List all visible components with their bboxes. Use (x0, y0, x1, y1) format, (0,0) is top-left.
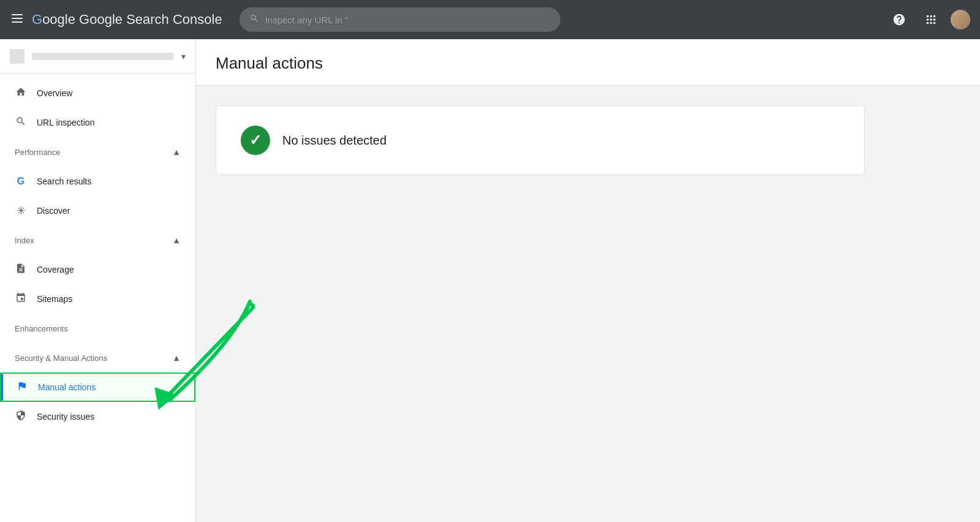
sidebar-item-coverage[interactable]: Coverage (0, 255, 195, 284)
performance-collapse-icon: ▲ (172, 147, 181, 157)
sidebar-nav: Overview URL inspection Performance ▲ G … (0, 74, 195, 436)
search-input[interactable] (265, 15, 551, 25)
manual-actions-label: Manual actions (38, 382, 96, 392)
status-message: No issues detected (282, 134, 386, 148)
url-inspection-label: URL inspection (37, 118, 94, 127)
user-avatar[interactable] (951, 10, 970, 29)
security-label: Security & Manual Actions (15, 354, 107, 363)
sidebar-item-overview[interactable]: Overview (0, 78, 195, 108)
checkmark: ✓ (249, 132, 262, 149)
index-label: Index (15, 236, 34, 245)
performance-section-header[interactable]: Performance ▲ (0, 137, 195, 167)
apps-button[interactable] (919, 7, 943, 32)
overview-label: Overview (37, 88, 72, 98)
sidebar-item-search-results[interactable]: G Search results (0, 167, 195, 196)
coverage-icon (15, 263, 27, 277)
discover-label: Discover (37, 206, 70, 216)
google-g-icon: G (15, 176, 27, 187)
page-title: Manual actions (216, 54, 960, 73)
security-issues-label: Security issues (37, 412, 94, 422)
flag-icon (16, 380, 28, 395)
help-button[interactable] (887, 7, 911, 32)
manual-actions-wrapper: Manual actions (0, 373, 195, 402)
security-section-header[interactable]: Security & Manual Actions ▲ (0, 343, 195, 373)
page-header: Manual actions (196, 39, 980, 86)
coverage-label: Coverage (37, 265, 74, 274)
svg-rect-2 (12, 21, 23, 23)
menu-icon[interactable] (10, 13, 24, 27)
enhancements-label: Enhancements (15, 324, 68, 333)
home-icon (15, 86, 27, 100)
svg-rect-1 (12, 18, 23, 19)
search-results-label: Search results (37, 176, 91, 186)
sidebar-item-discover[interactable]: ✳ Discover (0, 196, 195, 225)
sidebar-item-sitemaps[interactable]: Sitemaps (0, 284, 195, 314)
sidebar-item-url-inspection[interactable]: URL inspection (0, 108, 195, 137)
sitemaps-label: Sitemaps (37, 294, 72, 304)
security-collapse-icon: ▲ (172, 353, 181, 363)
sidebar-item-manual-actions[interactable]: Manual actions (0, 373, 195, 402)
app-logo: Google Google Search Console (32, 12, 222, 28)
index-section-header[interactable]: Index ▲ (0, 225, 195, 255)
property-favicon (10, 49, 24, 64)
search-bar[interactable] (239, 7, 561, 32)
topbar: Google Google Search Console (0, 0, 980, 39)
performance-label: Performance (15, 148, 60, 157)
property-dropdown-icon: ▾ (181, 51, 186, 61)
svg-rect-0 (12, 14, 23, 15)
search-nav-icon (15, 116, 27, 130)
status-check-icon: ✓ (241, 126, 270, 155)
page-content: ✓ No issues detected (196, 86, 980, 195)
enhancements-section-header[interactable]: Enhancements (0, 314, 195, 343)
property-selector[interactable]: ▾ (0, 39, 195, 74)
discover-icon: ✳ (15, 204, 27, 218)
sidebar: ▾ Overview URL inspection (0, 39, 196, 522)
sitemaps-icon (15, 292, 27, 306)
property-name (32, 53, 174, 60)
shield-icon (15, 410, 27, 424)
status-card: ✓ No issues detected (216, 105, 865, 175)
search-icon (249, 13, 259, 26)
main-content: Manual actions ✓ No issues detected (196, 39, 980, 522)
sidebar-item-security-issues[interactable]: Security issues (0, 402, 195, 431)
app-title: Google Search Console (79, 12, 222, 27)
index-collapse-icon: ▲ (172, 235, 181, 245)
